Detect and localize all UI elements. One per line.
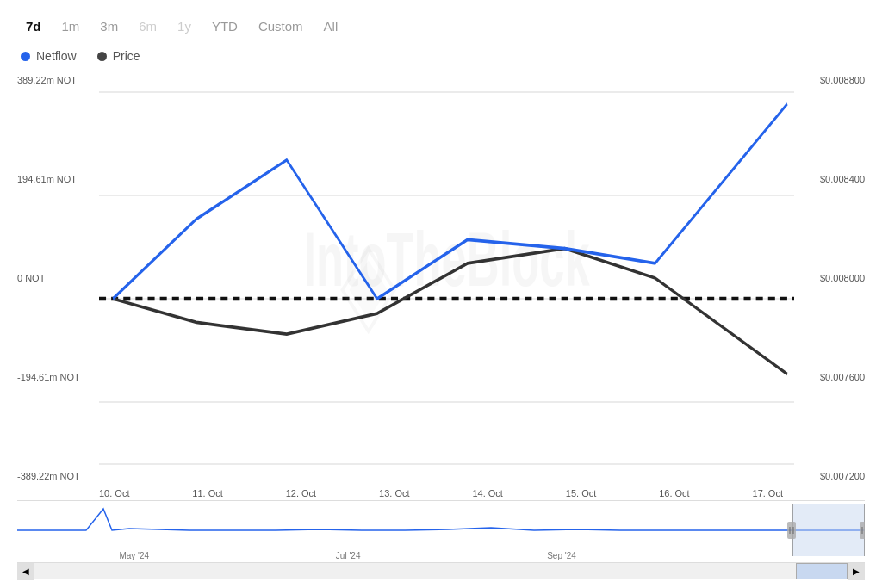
- btn-6m: 6m: [130, 15, 165, 37]
- scroll-thumb[interactable]: [796, 563, 848, 579]
- chart-legend: Netflow Price: [17, 49, 865, 63]
- legend-netflow: Netflow: [21, 49, 77, 63]
- btn-all[interactable]: All: [315, 15, 347, 37]
- btn-custom[interactable]: Custom: [250, 15, 312, 37]
- btn-1y: 1y: [169, 15, 200, 37]
- svg-text:IntoTheBlock: IntoTheBlock: [303, 216, 589, 301]
- x-label-7: 16. Oct: [659, 488, 689, 498]
- y-left-4: -194.61m NOT: [17, 372, 99, 382]
- y-right-3: $0.008000: [796, 273, 865, 283]
- mini-netflow-line: [17, 509, 865, 530]
- main-container: 7d 1m 3m 6m 1y YTD Custom All Netflow Pr…: [0, 0, 882, 588]
- y-left-2: 194.61m NOT: [17, 174, 99, 184]
- y-axis-right: $0.008800 $0.008400 $0.008000 $0.007600 …: [796, 71, 865, 485]
- x-label-8: 17. Oct: [753, 488, 783, 498]
- mini-chart: May '24 Jul '24 Sep '24: [17, 500, 865, 562]
- mini-label-may: May '24: [119, 551, 149, 560]
- y-left-5: -389.22m NOT: [17, 471, 99, 481]
- y-axis-left: 389.22m NOT 194.61m NOT 0 NOT -194.61m N…: [17, 71, 99, 485]
- scroll-right-button[interactable]: ▶: [848, 563, 865, 580]
- scroll-track[interactable]: [34, 563, 848, 579]
- netflow-dot: [21, 52, 30, 61]
- x-label-1: 10. Oct: [99, 488, 129, 498]
- price-dot: [97, 52, 107, 61]
- btn-3m[interactable]: 3m: [91, 15, 127, 37]
- y-right-1: $0.008800: [796, 75, 865, 85]
- price-label: Price: [113, 49, 140, 63]
- chart-svg-area: IntoTheBlock: [99, 71, 794, 485]
- btn-7d[interactable]: 7d: [17, 15, 50, 37]
- y-right-4: $0.007600: [796, 372, 865, 382]
- time-range-bar: 7d 1m 3m 6m 1y YTD Custom All: [17, 15, 865, 37]
- main-chart: 389.22m NOT 194.61m NOT 0 NOT -194.61m N…: [17, 71, 865, 485]
- x-axis: 10. Oct 11. Oct 12. Oct 13. Oct 14. Oct …: [17, 485, 865, 498]
- chart-wrapper: 389.22m NOT 194.61m NOT 0 NOT -194.61m N…: [17, 71, 865, 579]
- x-label-4: 13. Oct: [379, 488, 409, 498]
- scroll-bar: ◀ ▶: [17, 562, 865, 579]
- mini-label-jul: Jul '24: [336, 551, 361, 560]
- legend-price: Price: [97, 49, 140, 63]
- netflow-label: Netflow: [36, 49, 77, 63]
- mini-handle-left[interactable]: [787, 522, 796, 539]
- btn-ytd[interactable]: YTD: [203, 15, 246, 37]
- mini-chart-svg: [17, 504, 865, 556]
- y-right-5: $0.007200: [796, 471, 865, 481]
- scroll-left-button[interactable]: ◀: [17, 563, 34, 580]
- x-label-2: 11. Oct: [192, 488, 222, 498]
- mini-selection: [792, 504, 865, 556]
- x-label-5: 14. Oct: [472, 488, 502, 498]
- y-left-1: 389.22m NOT: [17, 75, 99, 85]
- y-left-3: 0 NOT: [17, 273, 99, 283]
- y-right-2: $0.008400: [796, 174, 865, 184]
- x-label-6: 15. Oct: [566, 488, 596, 498]
- chart-svg: IntoTheBlock: [99, 71, 794, 485]
- btn-1m[interactable]: 1m: [53, 15, 89, 37]
- x-label-3: 12. Oct: [286, 488, 316, 498]
- mini-label-sep: Sep '24: [547, 551, 576, 560]
